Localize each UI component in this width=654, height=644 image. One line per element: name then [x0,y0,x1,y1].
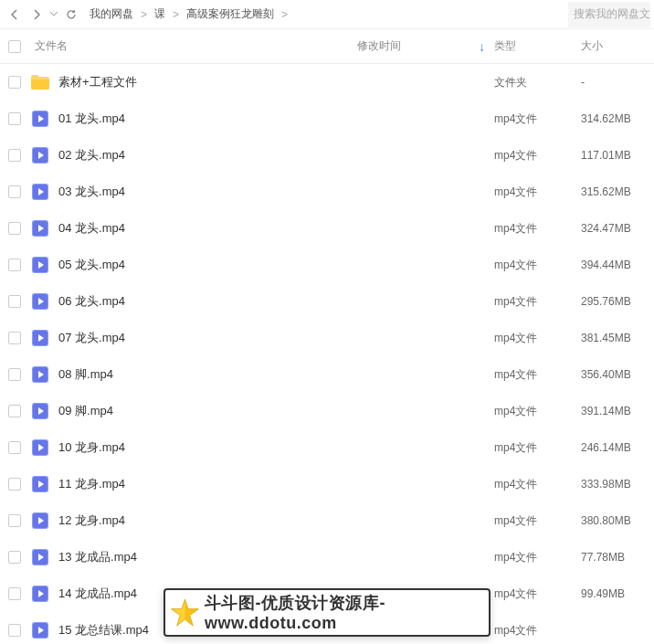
table-row[interactable]: 13 龙成品.mp4mp4文件77.78MB [0,539,654,575]
watermark-text: 斗斗图-优质设计资源库-www.ddotu.com [205,592,478,633]
file-type: mp4文件 [494,404,581,419]
table-row[interactable]: 09 脚.mp4mp4文件391.14MB [0,393,654,429]
row-checkbox[interactable] [8,332,21,344]
file-name-cell[interactable]: 06 龙头.mp4 [29,292,357,311]
file-type: mp4文件 [494,367,581,383]
row-checkbox[interactable] [8,295,21,308]
file-type: mp4文件 [494,586,581,602]
row-checkbox[interactable] [8,185,21,198]
file-size: - [581,76,654,89]
file-name-cell[interactable]: 07 龙头.mp4 [29,329,357,347]
row-checkbox[interactable] [8,478,21,491]
row-checkbox[interactable] [8,76,21,89]
table-row[interactable]: 08 脚.mp4mp4文件356.40MB [0,356,654,393]
video-icon [29,438,51,457]
video-icon [29,548,51,566]
file-type: mp4文件 [494,221,581,237]
row-checkbox[interactable] [8,259,21,271]
file-name-text: 08 脚.mp4 [58,366,113,383]
file-size: 77.78MB [581,551,654,564]
file-type: mp4文件 [494,550,581,565]
row-checkbox[interactable] [8,514,21,527]
file-name-cell[interactable]: 素材+工程文件 [29,74,357,90]
video-icon [29,585,51,603]
table-row[interactable]: 04 龙头.mp4mp4文件324.47MB [0,210,654,247]
file-name-cell[interactable]: 12 龙身.mp4 [29,512,357,530]
file-type: mp4文件 [494,477,581,492]
file-name-text: 12 龙身.mp4 [58,512,125,529]
header-type[interactable]: 类型 [494,38,581,54]
file-list: 素材+工程文件文件夹-01 龙头.mp4mp4文件314.62MB02 龙头.m… [0,64,654,644]
table-row[interactable]: 11 龙身.mp4mp4文件333.98MB [0,466,654,502]
file-name-cell[interactable]: 05 龙头.mp4 [29,256,357,274]
star-icon [169,595,201,631]
file-type: mp4文件 [494,294,581,310]
select-all-checkbox[interactable] [8,40,21,53]
file-name-cell[interactable]: 09 脚.mp4 [29,402,357,420]
video-icon [29,146,51,164]
header-name[interactable]: 文件名 [29,38,357,54]
video-icon [29,219,51,238]
watermark: 斗斗图-优质设计资源库-www.ddotu.com [164,588,490,637]
file-name-cell[interactable]: 11 龙身.mp4 [29,475,357,493]
file-name-cell[interactable]: 02 龙头.mp4 [29,146,357,164]
row-checkbox[interactable] [8,149,21,162]
file-name-cell[interactable]: 01 龙头.mp4 [29,110,357,128]
toolbar: 我的网盘 > 课 > 高级案例狂龙雕刻 > 搜索我的网盘文件 [0,0,654,29]
file-name-cell[interactable]: 10 龙身.mp4 [29,438,357,457]
file-size: 394.44MB [581,259,654,271]
table-row[interactable]: 05 龙头.mp4mp4文件394.44MB [0,247,654,283]
table-row[interactable]: 06 龙头.mp4mp4文件295.76MB [0,283,654,320]
table-row[interactable]: 素材+工程文件文件夹- [0,64,654,100]
file-name-cell[interactable]: 13 龙成品.mp4 [29,548,357,566]
video-icon [29,621,51,639]
file-name-text: 14 龙成品.mp4 [58,586,137,602]
row-checkbox[interactable] [8,587,21,600]
header-size[interactable]: 大小 [581,38,654,54]
video-icon [29,475,51,493]
search-input[interactable]: 搜索我的网盘文件 [568,2,650,27]
back-button[interactable] [4,4,26,26]
table-row[interactable]: 02 龙头.mp4mp4文件117.01MB [0,137,654,174]
header-date[interactable]: 修改时间 ↓ [357,38,494,54]
breadcrumb-item[interactable]: 高级案例狂龙雕刻 [186,6,274,22]
file-size: 324.47MB [581,222,654,235]
row-checkbox[interactable] [8,624,21,637]
row-checkbox[interactable] [8,405,21,417]
file-size: 333.98MB [581,478,654,491]
table-row[interactable]: 10 龙身.mp4mp4文件246.14MB [0,429,654,466]
file-size: 99.49MB [581,587,654,600]
file-type: mp4文件 [494,623,581,639]
file-size: 380.80MB [581,514,654,527]
file-name-text: 03 龙头.mp4 [58,184,125,200]
file-name-cell[interactable]: 08 脚.mp4 [29,365,357,384]
file-name-text: 07 龙头.mp4 [58,330,125,346]
breadcrumb-item[interactable]: 课 [154,6,165,22]
file-name-text: 13 龙成品.mp4 [58,549,137,565]
row-checkbox[interactable] [8,441,21,454]
table-row[interactable]: 12 龙身.mp4mp4文件380.80MB [0,502,654,539]
table-row[interactable]: 07 龙头.mp4mp4文件381.45MB [0,320,654,356]
file-size: 117.01MB [581,149,654,162]
file-name-cell[interactable]: 04 龙头.mp4 [29,219,357,238]
file-type: mp4文件 [494,258,581,273]
row-checkbox[interactable] [8,368,21,381]
row-checkbox[interactable] [8,112,21,125]
file-name-cell[interactable]: 03 龙头.mp4 [29,183,357,201]
row-checkbox[interactable] [8,222,21,235]
table-row[interactable]: 01 龙头.mp4mp4文件314.62MB [0,100,654,137]
video-icon [29,256,51,274]
history-dropdown-icon[interactable] [47,12,60,16]
file-type: mp4文件 [494,440,581,456]
file-type: mp4文件 [494,185,581,200]
video-icon [29,329,51,347]
video-icon [29,110,51,128]
file-type: mp4文件 [494,148,581,164]
file-size: 314.62MB [581,112,654,125]
refresh-button[interactable] [60,4,82,26]
forward-button[interactable] [26,4,47,26]
breadcrumb-item[interactable]: 我的网盘 [90,6,133,22]
table-row[interactable]: 03 龙头.mp4mp4文件315.62MB [0,174,654,210]
row-checkbox[interactable] [8,551,21,564]
file-name-text: 02 龙头.mp4 [58,147,125,164]
